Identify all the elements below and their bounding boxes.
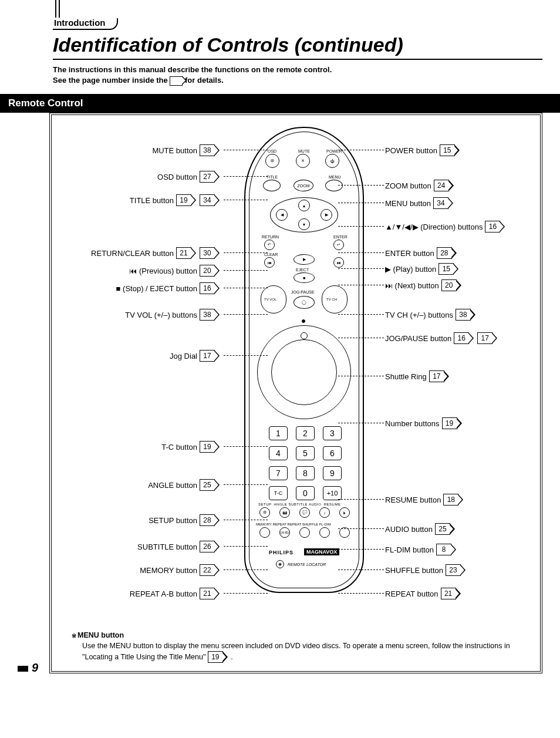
callout-label: Shuttle Ring	[385, 372, 427, 381]
diagram-frame: OSD ⊞ MUTE ✕ POWER ⏻ TITLE ZOOM MENU ▲ ▼…	[49, 113, 542, 673]
num-5[interactable]: 5	[296, 446, 315, 460]
pageref: 16	[200, 282, 215, 294]
leader-line	[338, 376, 384, 376]
num-8[interactable]: 8	[296, 466, 315, 480]
leader-line	[338, 549, 384, 550]
plus10-button[interactable]: +10	[323, 486, 342, 500]
callout-left: MEMORY button22	[62, 564, 221, 576]
leader-line	[224, 200, 268, 200]
footnote-title: MENU button	[72, 631, 124, 639]
leader-line	[338, 528, 384, 529]
callout-label: T-C button	[161, 443, 197, 451]
leader-line	[224, 314, 268, 315]
callout-label: ENTER button	[385, 249, 434, 258]
callout-right: REPEAT button21	[385, 588, 462, 599]
leader-line	[338, 593, 384, 594]
row2-labels: MEMORY REPEAT REPEAT SHUFFLE FL-DIM	[256, 523, 331, 526]
page-top-rule	[55, 0, 60, 18]
pageref: 38	[200, 144, 215, 156]
leader-line	[338, 185, 384, 186]
num-1[interactable]: 1	[269, 426, 288, 440]
jog-dial[interactable]	[271, 339, 337, 405]
callout-left: MUTE button38	[62, 144, 221, 156]
leader-line	[224, 270, 268, 271]
locator-label: REMOTE LOCATOR	[288, 562, 326, 567]
pageref: 23	[446, 564, 461, 576]
remote-outline: OSD ⊞ MUTE ✕ POWER ⏻ TITLE ZOOM MENU ▲ ▼…	[244, 127, 364, 593]
callout-label: RESUME button	[385, 496, 441, 504]
pageref: 8	[436, 544, 451, 555]
num-6[interactable]: 6	[323, 446, 342, 460]
instructions: The instructions in this manual describe…	[53, 65, 542, 86]
callout-label: TV CH (+/–) buttons	[385, 311, 453, 319]
callout-label: MEMORY button	[140, 566, 197, 575]
callout-label: AUDIO button	[385, 525, 433, 534]
callout-label: SHUFFLE button	[385, 566, 443, 575]
callout-right: POWER button15	[385, 144, 461, 156]
pageref: 19	[176, 194, 191, 206]
leader-line	[338, 423, 384, 423]
return-label: RETURN	[262, 235, 279, 239]
pageref: 20	[441, 279, 457, 291]
tc-button[interactable]: T-C	[269, 486, 288, 500]
tvvol-label: TV VOL	[264, 298, 276, 301]
callout-left: Jog Dial17	[62, 350, 221, 362]
mute-label: MUTE	[298, 149, 310, 153]
leader-line	[338, 499, 384, 500]
num-0[interactable]: 0	[296, 486, 315, 500]
leader-line	[224, 288, 268, 288]
instructions-line2a: See the page number inside the	[53, 76, 170, 85]
callout-label: TITLE button	[130, 196, 174, 205]
num-2[interactable]: 2	[296, 426, 315, 440]
leader-line	[224, 569, 268, 570]
pageref: 17	[477, 332, 492, 344]
menu-label: MENU	[329, 175, 341, 179]
leader-line	[338, 226, 384, 227]
callout-label: ⏮ (Previous) button	[129, 267, 197, 275]
pageref: 19	[442, 417, 457, 429]
pageref: 27	[200, 171, 215, 183]
pageref: 22	[200, 564, 215, 576]
num-4[interactable]: 4	[269, 446, 288, 460]
callout-label: REPEAT button	[385, 589, 438, 598]
callout-left: RETURN/CLEAR button2130	[62, 247, 221, 259]
callout-left: SUBTITLE button26	[62, 541, 221, 552]
callout-right: AUDIO button25	[385, 523, 456, 535]
osd-label: OSD	[268, 149, 276, 153]
pageref-symbol-icon	[170, 76, 183, 86]
instructions-line2b: for details.	[185, 76, 224, 85]
pageref: 21	[200, 588, 215, 599]
leader-line	[224, 484, 268, 485]
callout-left: ■ (Stop) / EJECT button16	[62, 282, 221, 294]
leader-line	[338, 314, 384, 315]
callout-label: JOG/PAUSE button	[385, 334, 451, 343]
pageref: 17	[200, 350, 215, 362]
pageref: 38	[200, 309, 215, 321]
num-7[interactable]: 7	[269, 466, 288, 480]
num-9[interactable]: 9	[323, 466, 342, 480]
callout-label: Jog Dial	[170, 352, 197, 360]
title-label: TITLE	[266, 175, 278, 179]
leader-line	[224, 150, 268, 150]
leader-line	[338, 150, 384, 150]
callout-label: Number buttons	[385, 419, 440, 428]
callout-label: REPEAT A-B button	[130, 589, 197, 598]
callout-label: ■ (Stop) / EJECT button	[116, 284, 197, 293]
pageref: 26	[200, 541, 215, 552]
callout-label: SETUP button	[149, 516, 197, 525]
remote-diagram: OSD ⊞ MUTE ✕ POWER ⏻ TITLE ZOOM MENU ▲ ▼…	[62, 133, 529, 620]
eject-label: EJECT	[296, 268, 309, 272]
leader-line	[338, 285, 384, 285]
callout-label: MENU button	[385, 199, 431, 208]
pageref: 18	[443, 494, 458, 506]
brand-philips: PHILIPS	[269, 550, 294, 555]
callout-right: SHUFFLE button23	[385, 564, 467, 576]
callout-right: ▶ (Play) button15	[385, 263, 460, 275]
leader-line	[338, 569, 384, 570]
leader-line	[338, 268, 384, 269]
num-3[interactable]: 3	[323, 426, 342, 440]
callout-right: ⏭ (Next) button20	[385, 279, 463, 291]
callout-right: RESUME button18	[385, 494, 464, 506]
leader-line	[224, 355, 268, 356]
pageref: 38	[456, 309, 471, 321]
